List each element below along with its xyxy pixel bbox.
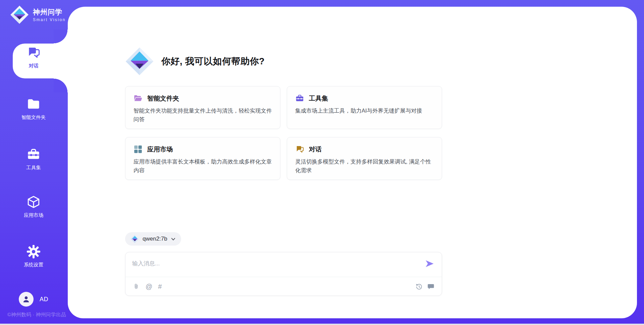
person-icon <box>21 295 31 304</box>
sidebar-item-label: 应用市场 <box>24 212 43 218</box>
card-title: 智能文件夹 <box>147 94 179 103</box>
card-title: 工具集 <box>309 94 328 103</box>
grid-icon <box>133 145 143 154</box>
composer-toolbar: @ # <box>125 277 442 296</box>
brand-diamond-icon <box>10 5 29 24</box>
sidebar-item-label: 对话 <box>29 63 39 69</box>
sidebar-item-app-market[interactable]: 应用市场 <box>12 195 55 218</box>
message-composer: @ # <box>125 252 442 296</box>
mention-button[interactable]: @ <box>146 283 152 290</box>
sidebar-item-settings[interactable]: 系统设置 <box>12 245 55 268</box>
message-input[interactable] <box>132 257 414 270</box>
comment-icon <box>427 283 434 290</box>
blob-curve-bottom <box>54 78 68 92</box>
sidebar-item-toolset[interactable]: 工具集 <box>12 147 55 171</box>
card-chat[interactable]: 对话 灵活切换多模型文件，支持多样回复效果调试, 满足个性化需求 <box>287 137 442 180</box>
card-description: 集成市场上主流工具，助力AI与外界无缝扩展与对接 <box>295 107 434 115</box>
sidebar-item-label: 智能文件夹 <box>21 114 46 121</box>
brand-name: 神州问学 <box>33 7 66 17</box>
chevron-down-icon <box>171 237 176 242</box>
sidebar-item-label: 系统设置 <box>24 262 43 268</box>
history-icon <box>416 283 423 290</box>
history-button[interactable] <box>416 283 423 290</box>
brand-subtitle: Smart Vision <box>33 17 66 22</box>
assistant-diamond-icon <box>125 47 154 76</box>
model-selector[interactable]: qwen2:7b <box>125 232 181 246</box>
new-conversation-button[interactable] <box>427 283 434 290</box>
user-name: AD <box>40 296 48 303</box>
blob-curve-top <box>54 29 68 44</box>
bottom-edge-strip <box>0 324 644 325</box>
card-title: 对话 <box>309 145 322 154</box>
greeting-title: 你好, 我可以如何帮助你? <box>161 55 265 67</box>
toolbox-icon <box>26 147 41 161</box>
chat-icon <box>26 46 41 60</box>
folder-icon <box>26 97 41 111</box>
topic-button[interactable]: # <box>158 283 162 290</box>
card-smart-folder[interactable]: 智能文件夹 智能文件夹功能支持批量文件上传与清洗，轻松实现文件问答 <box>125 86 280 129</box>
card-description: 智能文件夹功能支持批量文件上传与清洗，轻松实现文件问答 <box>133 107 272 124</box>
app-root: 神州问学 Smart Vision 对话 智能文件夹 工具集 <box>0 0 644 325</box>
model-name: qwen2:7b <box>143 236 167 242</box>
user-profile[interactable]: AD <box>19 292 48 307</box>
sidebar-item-chat[interactable]: 对话 <box>12 46 55 69</box>
model-diamond-icon <box>130 235 139 243</box>
card-description: 灵活切换多模型文件，支持多样回复效果调试, 满足个性化需求 <box>295 157 434 175</box>
card-description: 应用市场提供丰富长文本模板，助力高效生成多样化文章内容 <box>133 157 272 175</box>
sidebar-item-label: 工具集 <box>26 165 41 171</box>
card-title: 应用市场 <box>147 145 173 154</box>
feature-cards: 智能文件夹 智能文件夹功能支持批量文件上传与清洗，轻松实现文件问答 工具集 集成… <box>125 86 442 180</box>
cube-icon <box>26 195 41 209</box>
avatar <box>19 292 34 307</box>
folder-open-icon <box>133 94 143 103</box>
sidebar-footer-text: ©神州数码 · 神州问学出品 <box>7 312 66 318</box>
card-app-market[interactable]: 应用市场 应用市场提供丰富长文本模板，助力高效生成多样化文章内容 <box>125 137 280 180</box>
toolbox-icon <box>295 94 304 103</box>
paperclip-icon <box>133 283 140 290</box>
chat-icon <box>295 145 304 154</box>
gear-icon <box>26 245 41 259</box>
send-button[interactable] <box>425 259 434 268</box>
brand-logo: 神州问学 Smart Vision <box>10 5 66 24</box>
sidebar-item-smart-folder[interactable]: 智能文件夹 <box>12 97 55 121</box>
greeting: 你好, 我可以如何帮助你? <box>125 47 265 76</box>
card-toolset[interactable]: 工具集 集成市场上主流工具，助力AI与外界无缝扩展与对接 <box>287 86 442 129</box>
attach-file-button[interactable] <box>133 283 140 290</box>
